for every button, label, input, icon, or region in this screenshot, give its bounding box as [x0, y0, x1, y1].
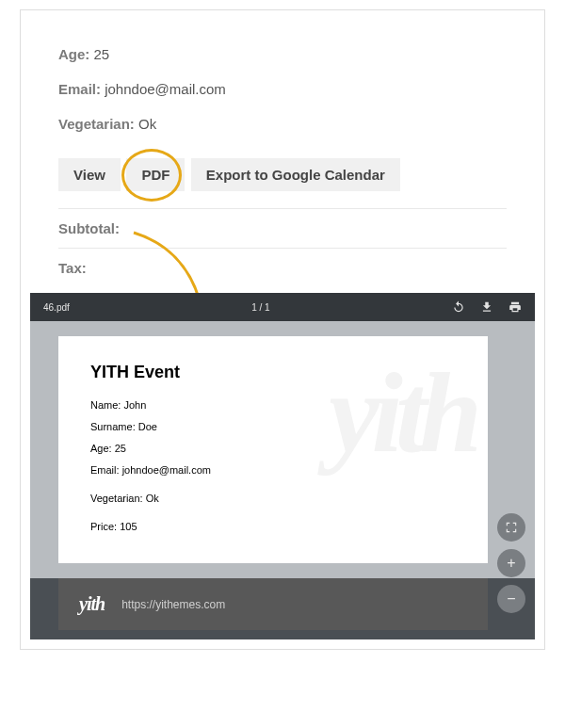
pdf-name-label: Name: [90, 399, 121, 411]
fit-to-page-button[interactable] [497, 513, 525, 542]
footer-url: https://yithemes.com [121, 598, 225, 611]
pdf-surname-value: Doe [138, 421, 157, 432]
pdf-name-value: John [123, 399, 146, 411]
pdf-viewer: 46.pdf 1 / 1 yith YITH Event Name: John [30, 293, 535, 639]
zoom-controls: + − [497, 513, 525, 613]
age-label: Age: [58, 46, 89, 62]
footer-logo: yith [79, 593, 105, 615]
field-age: Age: 25 [58, 46, 507, 62]
pdf-page-footer: yith https://yithemes.com [58, 578, 488, 630]
export-google-calendar-button[interactable]: Export to Google Calendar [191, 158, 400, 191]
pdf-page: yith YITH Event Name: John Surname: Doe … [58, 336, 488, 563]
pdf-age-label: Age: [90, 443, 112, 454]
pdf-price-value: 105 [120, 521, 137, 532]
view-button[interactable]: View [58, 158, 121, 191]
pdf-viewer-toolbar: 46.pdf 1 / 1 [30, 293, 535, 321]
pdf-surname-label: Surname: [90, 421, 136, 432]
rotate-icon[interactable] [452, 300, 465, 314]
pdf-vegetarian-label: Vegetarian: [90, 493, 143, 504]
pdf-filename: 46.pdf [43, 302, 70, 313]
order-details-panel: Age: 25 Email: johndoe@mail.com Vegetari… [30, 20, 535, 287]
pdf-name-row: Name: John [90, 399, 456, 411]
print-icon[interactable] [508, 300, 522, 314]
pdf-viewer-body: yith YITH Event Name: John Surname: Doe … [30, 321, 535, 578]
zoom-in-button[interactable]: + [497, 549, 525, 577]
pdf-age-row: Age: 25 [90, 443, 456, 454]
totals-section: Subtotal: Tax: [58, 208, 507, 287]
download-icon[interactable] [480, 300, 493, 314]
subtotal-row: Subtotal: [58, 208, 507, 248]
pdf-vegetarian-row: Vegetarian: Ok [90, 493, 456, 504]
pdf-age-value: 25 [115, 443, 126, 454]
field-email: Email: johndoe@mail.com [58, 81, 507, 97]
email-value: johndoe@mail.com [105, 81, 226, 97]
pdf-price-label: Price: [90, 521, 117, 532]
pdf-email-label: Email: [90, 464, 120, 476]
pdf-price-row: Price: 105 [90, 521, 456, 532]
vegetarian-value: Ok [138, 116, 156, 132]
pdf-surname-row: Surname: Doe [90, 421, 456, 432]
email-label: Email: [58, 81, 101, 97]
vegetarian-label: Vegetarian: [58, 116, 135, 132]
tax-row: Tax: [58, 248, 507, 287]
pdf-title: YITH Event [90, 363, 456, 382]
pdf-email-value: johndoe@mail.com [122, 464, 211, 476]
page-indicator: 1 / 1 [251, 302, 269, 313]
field-vegetarian: Vegetarian: Ok [58, 116, 507, 132]
pdf-vegetarian-value: Ok [146, 493, 159, 504]
pdf-email-row: Email: johndoe@mail.com [90, 464, 456, 476]
button-row: View PDF Export to Google Calendar [58, 158, 507, 191]
pdf-button[interactable]: PDF [126, 158, 185, 191]
age-value: 25 [94, 46, 110, 62]
zoom-out-button[interactable]: − [497, 585, 525, 613]
outer-frame: Age: 25 Email: johndoe@mail.com Vegetari… [20, 9, 545, 650]
